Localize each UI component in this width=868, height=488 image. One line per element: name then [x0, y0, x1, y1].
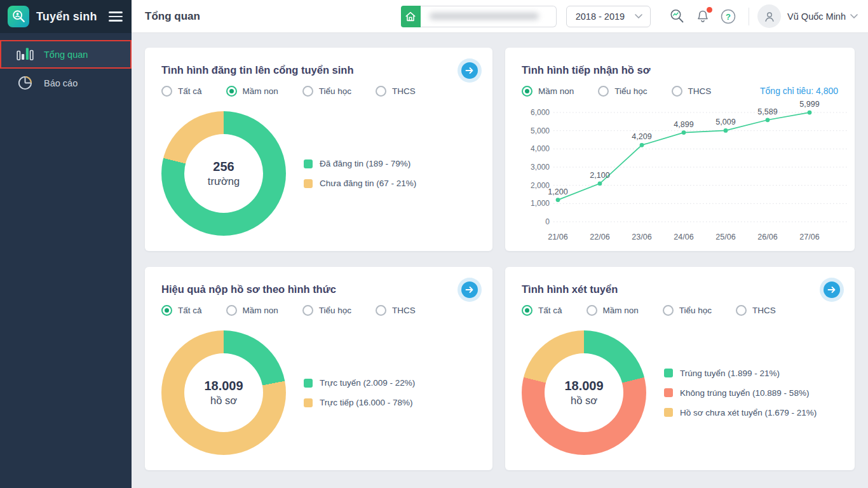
legend-label: Trực tuyến (2.009 - 22%) — [320, 378, 415, 388]
filter-radio[interactable]: Tiểu học — [663, 305, 712, 316]
radio-icon[interactable] — [161, 86, 172, 97]
app-logo-icon[interactable] — [8, 6, 29, 27]
filter-label: Tất cả — [178, 86, 202, 96]
svg-text:5,999: 5,999 — [799, 100, 819, 109]
svg-text:5,589: 5,589 — [757, 107, 777, 116]
school-year-dropdown[interactable]: 2018 - 2019 — [566, 6, 651, 27]
filter-row: Mầm nonTiểu họcTHCS Tổng chỉ tiêu: 4,800 — [522, 85, 838, 97]
app-title: Tuyển sinh — [36, 10, 97, 24]
sidebar-item-bao-cao[interactable]: Báo cáo — [0, 69, 132, 97]
svg-text:3,000: 3,000 — [531, 163, 550, 172]
radio-icon[interactable] — [598, 86, 609, 97]
svg-text:23/06: 23/06 — [632, 233, 651, 241]
filter-radio[interactable]: Mầm non — [522, 86, 574, 97]
svg-text:0: 0 — [545, 217, 550, 226]
filter-radio[interactable]: Tiểu học — [302, 305, 351, 316]
bell-icon[interactable] — [694, 8, 711, 25]
filter-group: Tất cảMầm nonTiểu họcTHCS — [161, 86, 416, 97]
donut-center-value: 18.009 — [204, 379, 243, 393]
legend-label: Trúng tuyển (1.899 - 21%) — [680, 369, 780, 378]
filter-label: THCS — [392, 86, 416, 96]
filter-radio[interactable]: Mầm non — [587, 305, 639, 316]
home-button[interactable] — [401, 6, 421, 27]
card-title: Tình hình xét tuyển — [522, 282, 838, 296]
radio-icon[interactable] — [302, 305, 313, 316]
svg-text:?: ? — [726, 11, 731, 21]
svg-text:2,000: 2,000 — [531, 181, 550, 190]
radio-icon[interactable] — [376, 86, 386, 97]
donut-center: 256 trường — [184, 134, 263, 213]
filter-radio[interactable]: Tiểu học — [302, 86, 351, 97]
card-dang-tin: Tình hình đăng tin lên cổng tuyển sinh T… — [145, 48, 492, 251]
filter-radio[interactable]: Mầm non — [226, 86, 278, 97]
radio-icon[interactable] — [736, 305, 747, 316]
filter-label: Mầm non — [243, 86, 278, 96]
radio-selected-icon[interactable] — [522, 86, 532, 97]
donut-chart-area: 18.009 hồ sơ Trực tuyến (2.009 - 22%)Trự… — [161, 330, 476, 455]
sidebar-item-tong-quan[interactable]: Tổng quan — [0, 40, 132, 69]
donut-center: 18.009 hồ sơ — [545, 353, 623, 432]
filter-radio[interactable]: THCS — [736, 305, 776, 316]
svg-text:24/06: 24/06 — [674, 233, 693, 241]
filter-label: THCS — [392, 306, 416, 315]
svg-text:5,000: 5,000 — [531, 126, 550, 135]
filter-radio[interactable]: THCS — [672, 86, 712, 97]
legend-item: Trực tuyến (2.009 - 22%) — [304, 378, 415, 388]
legend-label: Trực tiếp (16.000 - 78%) — [320, 398, 413, 407]
donut-center-value: 18.009 — [564, 379, 603, 393]
radio-selected-icon[interactable] — [161, 305, 172, 316]
card-tiep-nhan-ho-so: Tình hình tiếp nhận hồ sơ Mầm nonTiểu họ… — [505, 48, 855, 251]
radio-icon[interactable] — [302, 86, 313, 97]
filter-radio[interactable]: Tất cả — [522, 305, 562, 316]
user-menu[interactable]: Vũ Quốc Minh — [757, 4, 858, 28]
filter-radio[interactable]: Tất cả — [161, 305, 202, 316]
topbar-icons: ? — [668, 8, 736, 25]
svg-text:4,000: 4,000 — [531, 144, 550, 153]
help-icon[interactable]: ? — [719, 8, 736, 25]
donut-center-value: 256 — [213, 159, 234, 174]
card-detail-arrow-button[interactable] — [458, 58, 482, 83]
total-quota-label: Tổng chỉ tiêu: 4,800 — [760, 86, 838, 96]
topbar-right: 2018 - 2019 — [401, 4, 858, 28]
filter-radio[interactable]: THCS — [376, 305, 416, 316]
filter-radio[interactable]: Mầm non — [226, 305, 278, 316]
filter-row: Tất cảMầm nonTiểu họcTHCS — [161, 85, 476, 97]
chart-legend: Trúng tuyển (1.899 - 21%)Không trúng tuy… — [664, 369, 817, 417]
school-name-field-blurred[interactable] — [421, 6, 557, 27]
svg-text:5,009: 5,009 — [715, 118, 735, 126]
chevron-down-icon — [850, 14, 858, 18]
donut-chart: 18.009 hồ sơ — [522, 330, 646, 455]
radio-icon[interactable] — [226, 305, 237, 316]
legend-item: Trực tiếp (16.000 - 78%) — [304, 398, 415, 407]
donut-center-label: trường — [208, 175, 240, 187]
chevron-down-icon — [635, 14, 642, 18]
radio-icon[interactable] — [672, 86, 682, 97]
search-stats-icon[interactable] — [668, 8, 686, 25]
legend-item: Đã đăng tin (189 - 79%) — [304, 159, 416, 168]
topbar: Tổng quan 2018 - 2019 — [132, 0, 868, 33]
card-detail-arrow-button[interactable] — [820, 278, 844, 302]
radio-selected-icon[interactable] — [522, 305, 532, 316]
legend-item: Trúng tuyển (1.899 - 21%) — [664, 369, 817, 378]
card-title: Tình hình tiếp nhận hồ sơ — [522, 63, 838, 77]
chart-legend: Trực tuyến (2.009 - 22%)Trực tiếp (16.00… — [304, 378, 415, 407]
radio-icon[interactable] — [376, 305, 386, 316]
legend-label: Chưa đăng tin (67 - 21%) — [320, 179, 416, 188]
legend-item: Hồ sơ chưa xét tuyển (1.679 - 21%) — [664, 408, 817, 417]
radio-icon[interactable] — [587, 305, 597, 316]
radio-selected-icon[interactable] — [226, 86, 237, 97]
svg-text:22/06: 22/06 — [590, 233, 609, 241]
filter-label: THCS — [688, 86, 712, 96]
legend-item: Không trúng tuyển (10.889 - 58%) — [664, 388, 817, 398]
filter-label: Tiểu học — [319, 86, 351, 96]
filter-label: Tiểu học — [614, 86, 647, 96]
radio-icon[interactable] — [663, 305, 674, 316]
card-detail-arrow-button[interactable] — [458, 278, 482, 302]
filter-label: Tiểu học — [319, 306, 351, 315]
school-year-value: 2018 - 2019 — [576, 11, 625, 22]
menu-toggle-icon[interactable] — [109, 11, 123, 21]
pie-chart-icon — [17, 75, 34, 91]
filter-radio[interactable]: Tiểu học — [598, 86, 647, 97]
filter-radio[interactable]: THCS — [376, 86, 416, 97]
filter-radio[interactable]: Tất cả — [161, 86, 202, 97]
